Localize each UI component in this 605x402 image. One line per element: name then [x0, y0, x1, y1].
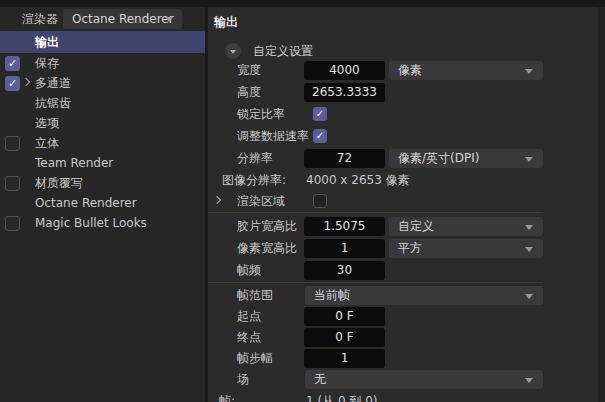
lock-ratio-label: 锁定比率 — [237, 103, 285, 125]
resolution-unit-dropdown[interactable]: 像素/英寸(DPI) — [389, 149, 543, 168]
resolution-row: 分辨率 72 像素/英寸(DPI) — [208, 147, 598, 169]
window-top-strip — [0, 0, 605, 7]
width-unit-dropdown[interactable]: 像素 — [389, 61, 543, 80]
sidebar-item-stereo[interactable]: 立体 — [0, 133, 205, 153]
sidebar-item-multipass[interactable]: 多通道 — [0, 73, 205, 93]
material-override-checkbox[interactable] — [5, 176, 20, 191]
magic-bullet-looks-checkbox[interactable] — [5, 216, 20, 231]
frame-step-input[interactable]: 1 — [304, 349, 385, 368]
sidebar-item-team-render[interactable]: Team Render — [0, 153, 205, 173]
image-resolution-row: 图像分辨率: 4000 x 2653 像素 — [208, 169, 598, 191]
chevron-right-icon[interactable] — [213, 196, 221, 204]
sidebar-item-label: 抗锯齿 — [35, 93, 71, 113]
height-input[interactable]: 2653.3333 — [304, 83, 385, 102]
renderer-dropdown[interactable]: Octane Renderer — [63, 9, 182, 29]
frame-range-label: 帧范围 — [237, 285, 273, 306]
frame-rate-row: 帧频 30 — [208, 259, 598, 281]
render-region-label: 渲染区域 — [237, 191, 285, 211]
pixel-aspect-preset-value: 平方 — [398, 241, 422, 255]
end-frame-row: 终点 0 F — [208, 327, 598, 348]
frame-rate-label: 帧频 — [237, 259, 261, 281]
field-dropdown[interactable]: 无 — [305, 370, 543, 389]
end-frame-label: 终点 — [237, 327, 261, 348]
pixel-aspect-row: 像素宽高比 1 平方 — [208, 237, 598, 259]
sidebar-item-output[interactable]: 输出 — [0, 31, 205, 53]
renderer-label: 渲染器 — [22, 7, 58, 31]
frames-value: 1 (从 0 到 0) — [306, 390, 378, 402]
frames-label: 帧: — [219, 390, 235, 402]
resolution-unit-value: 像素/英寸(DPI) — [398, 151, 479, 165]
pixel-aspect-input[interactable]: 1 — [304, 239, 385, 258]
preset-dropdown-button[interactable] — [225, 43, 241, 59]
save-checkbox[interactable] — [5, 56, 20, 71]
sidebar-item-label: Octane Renderer — [35, 193, 137, 213]
sidebar-item-label: 多通道 — [35, 73, 71, 93]
renderer-dropdown-value: Octane Renderer — [72, 12, 174, 26]
width-row: 宽度 4000 像素 — [208, 59, 598, 81]
width-unit-value: 像素 — [398, 63, 422, 77]
sidebar-item-material-override[interactable]: 材质覆写 — [0, 173, 205, 193]
sidebar-item-octane-renderer[interactable]: Octane Renderer — [0, 193, 205, 213]
output-fields: 宽度 4000 像素 高度 2653.3333 锁定比率 调整数据速率 分辨率 … — [208, 59, 598, 402]
adjust-data-rate-row: 调整数据速率 — [208, 125, 598, 147]
image-resolution-value: 4000 x 2653 像素 — [306, 169, 410, 191]
field-value: 无 — [314, 372, 326, 386]
sidebar-item-label: 材质覆写 — [35, 173, 83, 193]
renderer-row: 渲染器 Octane Renderer — [0, 7, 205, 31]
start-frame-label: 起点 — [237, 306, 261, 327]
field-label: 场 — [237, 369, 249, 390]
adjust-data-rate-label: 调整数据速率 — [237, 125, 309, 147]
frame-range-row: 帧范围 当前帧 — [208, 285, 598, 306]
height-row: 高度 2653.3333 — [208, 81, 598, 103]
film-aspect-label: 胶片宽高比 — [237, 215, 297, 237]
render-region-checkbox[interactable] — [313, 194, 327, 208]
film-aspect-input[interactable]: 1.5075 — [304, 217, 385, 236]
settings-category-list: 输出 保存 多通道 抗锯齿 选项 立体 Team Render 材质覆写 — [0, 31, 205, 233]
film-aspect-dropdown[interactable]: 自定义 — [389, 217, 543, 236]
width-input[interactable]: 4000 — [304, 61, 385, 80]
frame-step-label: 帧步幅 — [237, 348, 273, 369]
render-settings-sidebar: 渲染器 Octane Renderer 输出 保存 多通道 抗锯齿 选项 立体 — [0, 7, 205, 402]
lock-ratio-checkbox[interactable] — [313, 107, 327, 121]
start-frame-input[interactable]: 0 F — [304, 307, 385, 326]
chevron-right-icon[interactable] — [22, 78, 30, 86]
end-frame-input[interactable]: 0 F — [304, 328, 385, 347]
field-row: 场 无 — [208, 369, 598, 390]
sidebar-item-label: Team Render — [35, 153, 113, 173]
resolution-input[interactable]: 72 — [304, 149, 385, 168]
sidebar-item-antialiasing[interactable]: 抗锯齿 — [0, 93, 205, 113]
sidebar-item-options[interactable]: 选项 — [0, 113, 205, 133]
film-aspect-row: 胶片宽高比 1.5075 自定义 — [208, 215, 598, 237]
width-label: 宽度 — [237, 59, 261, 81]
start-frame-row: 起点 0 F — [208, 306, 598, 327]
page-title: 输出 — [214, 14, 238, 31]
frame-rate-input[interactable]: 30 — [304, 261, 385, 280]
lock-ratio-row: 锁定比率 — [208, 103, 598, 125]
frame-step-row: 帧步幅 1 — [208, 348, 598, 369]
sidebar-item-label: 立体 — [35, 133, 59, 153]
image-resolution-label: 图像分辨率: — [222, 169, 286, 191]
multipass-checkbox[interactable] — [5, 76, 20, 91]
resolution-label: 分辨率 — [237, 147, 273, 169]
sidebar-item-label: 输出 — [35, 31, 59, 53]
sidebar-item-magic-bullet-looks[interactable]: Magic Bullet Looks — [0, 213, 205, 233]
frames-row: 帧: 1 (从 0 到 0) — [208, 390, 598, 402]
render-region-row: 渲染区域 — [208, 191, 598, 211]
sidebar-item-label: 选项 — [35, 113, 59, 133]
stereo-checkbox[interactable] — [5, 136, 20, 151]
sidebar-item-label: 保存 — [35, 53, 59, 73]
sidebar-item-save[interactable]: 保存 — [0, 53, 205, 73]
film-aspect-preset-value: 自定义 — [398, 219, 434, 233]
frame-range-value: 当前帧 — [314, 288, 350, 302]
height-label: 高度 — [237, 81, 261, 103]
adjust-data-rate-checkbox[interactable] — [313, 129, 327, 143]
pixel-aspect-label: 像素宽高比 — [237, 237, 297, 259]
scrollbar[interactable] — [598, 7, 605, 402]
pixel-aspect-dropdown[interactable]: 平方 — [389, 239, 543, 258]
frame-range-dropdown[interactable]: 当前帧 — [305, 286, 543, 305]
output-settings-panel: 输出 自定义设置 宽度 4000 像素 高度 2653.3333 锁定比率 调整… — [208, 7, 598, 402]
sidebar-item-label: Magic Bullet Looks — [35, 213, 147, 233]
